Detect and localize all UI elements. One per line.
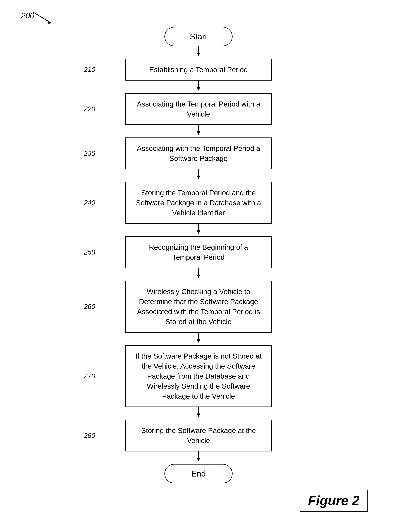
step-230-label: 230 [84, 150, 95, 157]
svg-marker-9 [197, 176, 200, 179]
step-280-label: 280 [84, 432, 95, 440]
svg-marker-11 [197, 230, 200, 234]
step-240-row: 240 Storing the Temporal Period and the … [73, 182, 324, 224]
arrow-4 [195, 224, 202, 236]
arrow-3 [195, 169, 202, 182]
step-280-box: Storing the Software Package at the Vehi… [125, 420, 272, 451]
svg-marker-17 [197, 413, 200, 417]
step-250-row: 250 Recognizing the Beginning of a Tempo… [73, 236, 324, 268]
step-210-label: 210 [84, 66, 95, 73]
end-terminal-row: End [73, 464, 324, 483]
step-230-row: 230 Associating with the Temporal Period… [73, 138, 324, 169]
step-220-row: 220 Associating the Temporal Period with… [73, 93, 324, 125]
step-250-label: 250 [84, 248, 95, 256]
step-260-box: Wirelessly Checking a Vehicle to Determi… [125, 281, 272, 332]
step-210-box: Establishing a Temporal Period [125, 59, 272, 81]
step-240-label: 240 [84, 199, 95, 207]
figure-ref-number: 200 [21, 11, 34, 20]
step-270-label: 270 [84, 372, 95, 380]
svg-line-0 [33, 12, 51, 23]
step-270-box: If the Software Package is not Stored at… [125, 345, 272, 407]
step-240-box: Storing the Temporal Period and the Soft… [125, 182, 272, 224]
start-terminal: Start [164, 27, 233, 46]
end-terminal: End [164, 464, 233, 483]
step-220-label: 220 [84, 105, 95, 113]
svg-marker-15 [197, 339, 200, 343]
arrow-1 [195, 81, 202, 93]
arrow-0 [195, 46, 202, 59]
step-230-box: Associating with the Temporal Period a S… [125, 138, 272, 169]
svg-marker-13 [197, 275, 200, 278]
step-270-row: 270 If the Software Package is not Store… [73, 345, 324, 407]
svg-marker-7 [197, 131, 200, 135]
arrow-6 [195, 332, 202, 345]
step-260-label: 260 [84, 303, 95, 311]
step-280-row: 280 Storing the Software Package at the … [73, 420, 324, 451]
step-220-box: Associating the Temporal Period with a V… [125, 93, 272, 125]
svg-marker-5 [197, 87, 200, 91]
arrow-7 [195, 407, 202, 420]
diagram-container: 200 Start 210 Establishing a Temporal Pe… [0, 0, 397, 532]
svg-marker-3 [197, 53, 200, 56]
step-250-box: Recognizing the Beginning of a Temporal … [125, 236, 272, 268]
start-terminal-row: Start [73, 27, 324, 46]
arrow-5 [195, 268, 202, 281]
arrow-8 [195, 451, 202, 464]
ref-arrow [33, 12, 55, 26]
step-260-row: 260 Wirelessly Checking a Vehicle to Det… [73, 281, 324, 332]
arrow-2 [195, 125, 202, 138]
figure-label: Figure 2 [300, 490, 368, 512]
step-210-row: 210 Establishing a Temporal Period [73, 59, 324, 81]
svg-marker-19 [197, 458, 200, 461]
